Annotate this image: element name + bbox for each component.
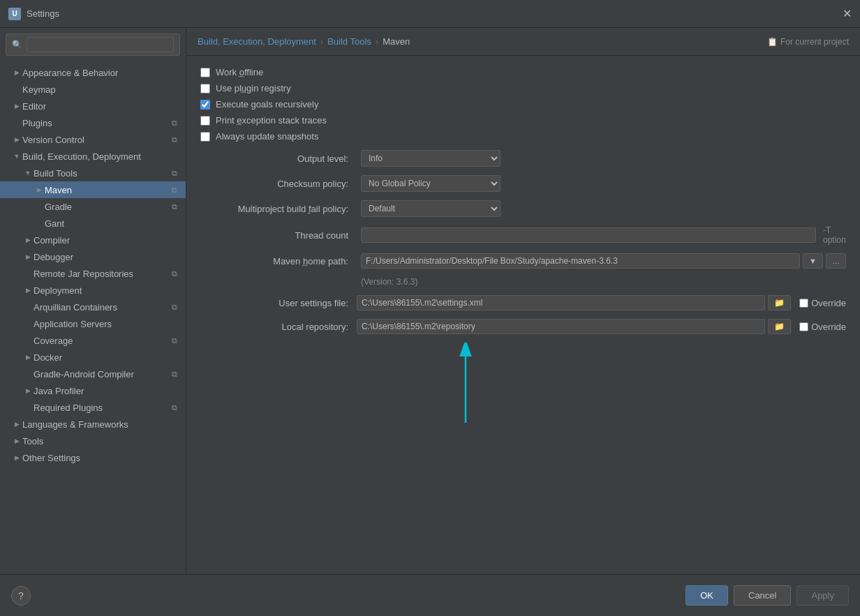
arrow-icon: ▶ — [22, 352, 34, 363]
user-settings-override-checkbox[interactable] — [799, 299, 808, 308]
breadcrumb-tools[interactable]: Build Tools — [327, 36, 371, 47]
arrow-icon — [22, 335, 34, 346]
sidebar-item-plugins[interactable]: Plugins ⧉ — [0, 114, 186, 131]
sidebar-item-editor[interactable]: ▶ Editor — [0, 98, 186, 114]
sidebar-item-build-exec-deploy[interactable]: ▼ Build, Execution, Deployment — [0, 148, 186, 165]
copy-icon: ⧉ — [169, 117, 180, 128]
sidebar-item-keymap[interactable]: Keymap — [0, 81, 186, 98]
copy-icon: ⧉ — [169, 167, 180, 179]
sidebar-item-label: Keymap — [22, 84, 180, 95]
maven-home-input[interactable] — [361, 253, 800, 269]
copy-icon: ⧉ — [169, 368, 180, 380]
apply-button[interactable]: Apply — [796, 585, 849, 606]
sidebar-item-label: Docker — [34, 352, 180, 363]
sidebar-item-label: Maven — [45, 185, 166, 195]
sidebar-item-gradle[interactable]: Gradle ⧉ — [0, 198, 186, 215]
sidebar-item-label: Gradle-Android Compiler — [34, 369, 166, 380]
sidebar-item-app-servers[interactable]: Application Servers — [0, 315, 186, 332]
checkboxes-section: Work offline Use plugin registry Execute… — [200, 67, 846, 142]
arrow-icon: ▼ — [11, 151, 22, 162]
help-button[interactable]: ? — [11, 586, 31, 606]
sidebar-item-arquillian[interactable]: Arquillian Containers ⧉ — [0, 299, 186, 315]
sidebar-item-build-tools[interactable]: ▼ Build Tools ⧉ — [0, 165, 186, 181]
execute-goals-row: Execute goals recursively — [200, 99, 846, 110]
sidebar-item-java-profiler[interactable]: ▶ Java Profiler — [0, 382, 186, 399]
close-button[interactable]: ✕ — [843, 8, 852, 20]
project-icon: 📋 — [767, 37, 778, 47]
arrow-icon — [22, 368, 34, 380]
breadcrumb-build[interactable]: Build, Execution, Deployment — [198, 36, 316, 47]
user-settings-row: User settings file: 📁 Override — [200, 295, 846, 310]
sidebar-item-debugger[interactable]: ▶ Debugger — [0, 248, 186, 265]
use-plugin-row: Use plugin registry — [200, 83, 846, 93]
thread-count-label: Thread count — [200, 230, 354, 241]
annotation-arrow — [452, 343, 480, 426]
sidebar-item-tools[interactable]: ▶ Tools — [0, 433, 186, 449]
maven-home-container: ▼ … — [361, 253, 846, 269]
breadcrumb: Build, Execution, Deployment › Build Too… — [186, 28, 860, 56]
multiproject-policy-row: Multiproject build fail policy: Default … — [200, 200, 846, 217]
ok-button[interactable]: OK — [685, 585, 728, 606]
local-repo-override-checkbox[interactable] — [799, 322, 808, 331]
multiproject-policy-control: Default Fail at End Never Fail — [361, 200, 501, 217]
bottom-right: OK Cancel Apply — [685, 585, 849, 606]
always-update-checkbox[interactable] — [200, 132, 210, 142]
thread-count-input[interactable] — [361, 227, 816, 243]
sidebar-item-gant[interactable]: Gant — [0, 215, 186, 232]
local-repo-input[interactable] — [357, 319, 765, 334]
checksum-policy-select[interactable]: No Global Policy Fail Warn Ignore — [361, 175, 501, 192]
sidebar-item-deployment[interactable]: ▶ Deployment — [0, 282, 186, 299]
cancel-button[interactable]: Cancel — [734, 585, 791, 606]
sidebar-item-appearance[interactable]: ▶ Appearance & Behavior — [0, 64, 186, 81]
user-settings-container: 📁 — [357, 295, 791, 310]
arrow-icon: ▶ — [22, 285, 34, 296]
sidebar-item-docker[interactable]: ▶ Docker — [0, 349, 186, 366]
copy-icon: ⧉ — [169, 134, 180, 145]
arrow-annotation — [200, 343, 846, 426]
sidebar-item-compiler[interactable]: ▶ Compiler — [0, 232, 186, 248]
local-repo-override: Override — [799, 322, 846, 332]
sidebar-item-remote-jar[interactable]: Remote Jar Repositories ⧉ — [0, 265, 186, 282]
work-offline-checkbox[interactable] — [200, 68, 210, 77]
sidebar-item-languages[interactable]: ▶ Languages & Frameworks — [0, 416, 186, 433]
maven-home-browse-btn[interactable]: … — [826, 253, 846, 269]
sidebar-item-coverage[interactable]: Coverage ⧉ — [0, 332, 186, 349]
always-update-row: Always update snapshots — [200, 131, 846, 142]
maven-home-label: Maven home path: — [200, 256, 354, 266]
copy-icon: ⧉ — [169, 301, 180, 313]
sidebar-item-other-settings[interactable]: ▶ Other Settings — [0, 449, 186, 466]
maven-home-dropdown-btn[interactable]: ▼ — [803, 253, 823, 269]
multiproject-policy-select[interactable]: Default Fail at End Never Fail — [361, 200, 501, 217]
print-exceptions-checkbox[interactable] — [200, 116, 210, 126]
copy-icon: ⧉ — [169, 402, 180, 413]
execute-goals-checkbox[interactable] — [200, 100, 210, 110]
user-settings-input[interactable] — [357, 295, 765, 310]
sidebar-item-label: Debugger — [34, 252, 180, 262]
output-level-control: Info Debug Error — [361, 150, 501, 167]
arrow-icon: ▶ — [11, 419, 22, 430]
copy-icon: ⧉ — [169, 184, 180, 195]
search-box[interactable]: 🔍 — [6, 33, 180, 56]
user-settings-override: Override — [799, 298, 846, 308]
user-settings-folder-btn[interactable]: 📁 — [768, 295, 791, 310]
sidebar-item-label: Build, Execution, Deployment — [22, 151, 180, 162]
search-icon: 🔍 — [12, 40, 22, 50]
search-input[interactable] — [27, 37, 174, 52]
sidebar-item-gradle-android[interactable]: Gradle-Android Compiler ⧉ — [0, 366, 186, 382]
t-option-label: -T option — [823, 225, 846, 245]
sidebar: 🔍 ▶ Appearance & Behavior Keymap ▶ Edito… — [0, 28, 186, 574]
output-level-select[interactable]: Info Debug Error — [361, 150, 501, 167]
print-exceptions-label: Print exception stack traces — [216, 115, 327, 126]
print-exceptions-row: Print exception stack traces — [200, 115, 846, 126]
sidebar-item-required-plugins[interactable]: Required Plugins ⧉ — [0, 399, 186, 416]
sidebar-item-maven[interactable]: ▶ Maven ⧉ — [0, 181, 186, 198]
checksum-policy-label: Checksum policy: — [200, 179, 354, 189]
sidebar-item-version-control[interactable]: ▶ Version Control ⧉ — [0, 131, 186, 148]
breadcrumb-project: 📋 For current project — [767, 37, 849, 47]
copy-icon: ⧉ — [169, 268, 180, 279]
local-repo-override-label: Override — [811, 322, 846, 332]
local-repo-folder-btn[interactable]: 📁 — [768, 319, 791, 334]
sidebar-item-label: Build Tools — [34, 168, 166, 179]
arrow-icon — [34, 201, 45, 212]
use-plugin-checkbox[interactable] — [200, 84, 210, 93]
